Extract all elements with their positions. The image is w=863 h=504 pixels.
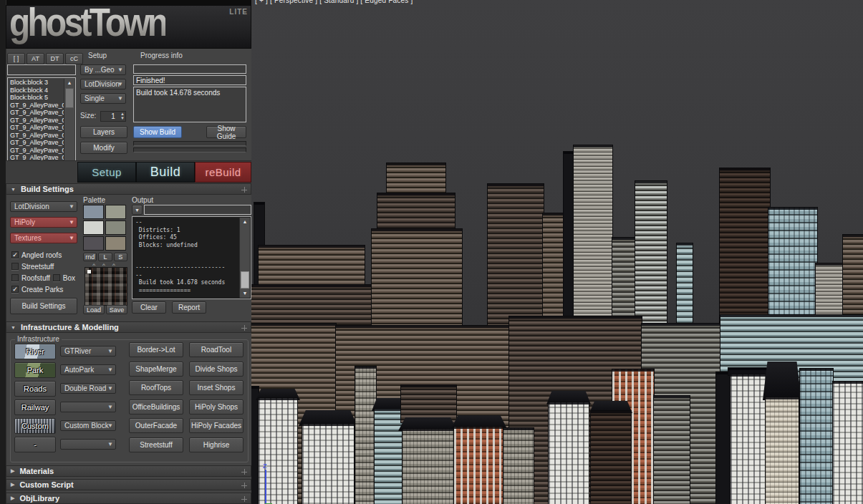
checkbox-label: Create Parks — [21, 286, 63, 294]
building — [549, 402, 589, 504]
tool-button-streetstuff[interactable]: Streetstuff — [129, 437, 183, 452]
palette-button-L[interactable]: L — [98, 253, 112, 261]
toolbar-button-AT[interactable]: AT — [26, 53, 44, 64]
tool-button-hipoly-shops[interactable]: HiPoly Shops — [189, 399, 244, 415]
tool-button-rooftops[interactable]: RoofTops — [129, 380, 183, 395]
modify-button[interactable]: Modify — [80, 142, 127, 154]
toolbar-button-cC[interactable]: cC — [65, 53, 83, 64]
checkbox-roofstuff[interactable] — [11, 274, 19, 281]
rollout-grip-icon — [241, 469, 247, 475]
infra-dropdown-double-road[interactable]: Double Road▼ — [60, 383, 116, 394]
tab-rebuild[interactable]: reBuild — [195, 162, 251, 183]
infra-dropdown-gtriver[interactable]: GTRiver▼ — [60, 346, 116, 357]
bs-dropdown-textures[interactable]: Textures▼ — [10, 233, 77, 243]
layers-button[interactable]: Layers — [80, 126, 127, 138]
scene-list-item[interactable]: GT_9_AlleyPave_0 — [9, 102, 64, 110]
rollout-build-settings[interactable]: ▼ Build Settings — [6, 183, 251, 195]
palette-swatch[interactable] — [105, 220, 126, 235]
infra-dropdown-custom-block[interactable]: Custom Block▼ — [60, 420, 116, 431]
toolbar-button-DT[interactable]: DT — [46, 53, 64, 64]
rollout-open-icon: ▼ — [11, 325, 16, 330]
bs-dropdown-hipoly[interactable]: HiPoly▼ — [10, 217, 77, 228]
tool-button-officebuildings[interactable]: OfficeBuildings — [129, 399, 183, 415]
infra-dropdown-empty[interactable]: ▼ — [60, 439, 116, 450]
rollout-materials[interactable]: ▶Materials — [6, 465, 251, 477]
show-build-button[interactable]: Show Build — [133, 126, 182, 138]
clear-button[interactable]: Clear — [132, 301, 166, 314]
infra-dropdown-empty[interactable]: ▼ — [60, 402, 116, 412]
tool-button-highrise[interactable]: Highrise — [189, 437, 244, 452]
progress-message-box: Build took 14.678 seconds — [133, 87, 246, 122]
rollout-infrastructure[interactable]: ▼ Infrastructure & Modelling — [6, 321, 251, 333]
palette-button-rnd[interactable]: rnd — [83, 253, 97, 261]
scene-list-item[interactable]: GT_9_AlleyPave_0 — [9, 132, 64, 140]
tab-build[interactable]: Build — [136, 162, 195, 183]
toolbar-button-[interactable]: [ ] — [7, 53, 25, 64]
show-guide-button[interactable]: Show Guide — [206, 126, 246, 138]
palette-swatch[interactable] — [105, 236, 126, 251]
tab-setup[interactable]: Setup — [77, 162, 136, 183]
rollout-custom-script[interactable]: ▶Custom Script — [6, 479, 251, 490]
checkbox-streetstuff[interactable] — [11, 263, 19, 270]
scene-list-item[interactable]: GT_9_AlleyPave_0 — [9, 117, 64, 125]
scene-list-item[interactable]: GT_9_AlleyPave_0 — [9, 109, 64, 117]
report-button[interactable]: Report — [172, 301, 206, 314]
scene-list-item[interactable]: GT_9_AlleyPave_0 — [9, 124, 64, 132]
building — [766, 397, 799, 504]
spinner-arrows-icon[interactable]: ▲▼ — [120, 112, 125, 120]
rollout-objlibrary[interactable]: ▶ObjLibrary — [6, 493, 251, 504]
tool-button-hipoly-facades[interactable]: HiPoly Facades — [189, 418, 244, 433]
save-button[interactable]: Save — [106, 305, 127, 314]
palette-swatch[interactable] — [83, 220, 104, 235]
setup-dropdown-0[interactable]: By ...Geo▼ — [80, 64, 126, 75]
build-settings-button[interactable]: Build Settings — [10, 298, 77, 314]
building — [454, 427, 503, 504]
setup-dropdown-1[interactable]: LotDivision▼ — [80, 79, 126, 89]
palette-swatch[interactable] — [83, 236, 104, 251]
texture-thumbnail[interactable] — [85, 267, 127, 306]
infra-button-custom[interactable]: Custom — [14, 418, 56, 434]
infra-button-roads[interactable]: Roads — [14, 381, 56, 397]
output-console[interactable]: -- Districts: 1 Offices: 45 Blocks: unde… — [132, 216, 251, 299]
infra-button-park[interactable]: Park — [14, 362, 56, 378]
infra-button-river[interactable]: River — [14, 344, 56, 359]
output-input[interactable] — [144, 205, 251, 215]
tool-button-outerfacade[interactable]: OuterFacade — [129, 418, 183, 433]
tool-button-shapemerge[interactable]: ShapeMerge — [129, 362, 183, 377]
3d-viewport[interactable]: [ + ] [ Perspective ] [ Standard ] [ Edg… — [251, 0, 863, 504]
scroll-up-icon[interactable]: ▲ — [64, 79, 74, 87]
setup-dropdown-2[interactable]: Single▼ — [80, 93, 126, 104]
infra-button-railway[interactable]: Railway — [14, 399, 56, 415]
scene-filter-input[interactable] — [7, 64, 76, 75]
scene-list-item[interactable]: Block:block 4 — [9, 87, 64, 94]
infra-button--[interactable]: - — [14, 437, 56, 452]
output-combo-button[interactable]: ▼ — [132, 205, 143, 215]
scroll-thumb[interactable] — [65, 88, 74, 108]
scene-list-item[interactable]: GT_9_AlleyPave_0 — [9, 147, 64, 155]
building — [591, 411, 631, 504]
console-scrollbar[interactable]: ▲ ▼ — [239, 218, 250, 298]
checkbox-create-parks[interactable]: ✓ — [11, 286, 19, 293]
checkbox-label: Roofstuff — [21, 274, 50, 282]
scene-list-item[interactable]: GT_9_AlleyPave_0 — [9, 139, 64, 147]
load-button[interactable]: Load — [83, 305, 105, 314]
infra-dropdown-autopark[interactable]: AutoPark▼ — [60, 364, 116, 375]
scene-list-item[interactable]: Block:block 3 — [9, 79, 64, 87]
viewport-label: [ + ] [ Perspective ] [ Standard ] [ Edg… — [255, 0, 413, 4]
size-spinner[interactable]: 1▲▼ — [100, 111, 126, 122]
palette-swatch[interactable] — [105, 205, 126, 219]
checkbox-angled-roofs[interactable]: ✓ — [11, 251, 19, 258]
tool-button-roadtool[interactable]: RoadTool — [189, 342, 244, 357]
scroll-thumb[interactable] — [241, 271, 249, 289]
tool-button-divide-shops[interactable]: Divide Shops — [189, 362, 244, 377]
scroll-down-icon[interactable]: ▼ — [240, 289, 250, 298]
scene-list-item[interactable]: Block:block 5 — [9, 94, 64, 102]
rollout-collapsed-icon: ▶ — [11, 482, 14, 488]
palette-swatch[interactable] — [83, 205, 104, 219]
bs-dropdown-lotdivision[interactable]: LotDivision▼ — [10, 201, 77, 212]
checkbox-box[interactable] — [53, 274, 60, 281]
palette-button-S[interactable]: S — [114, 253, 127, 261]
tool-button-border-lot[interactable]: Border->Lot — [129, 342, 183, 357]
tool-button-inset-shops[interactable]: Inset Shops — [189, 380, 244, 395]
scroll-up-icon[interactable]: ▲ — [240, 218, 250, 226]
